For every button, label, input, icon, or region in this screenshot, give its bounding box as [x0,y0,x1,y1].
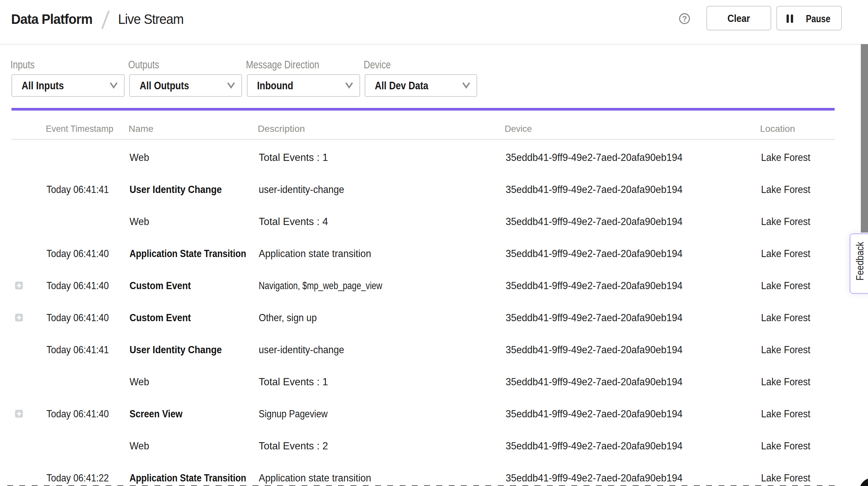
svg-text:?: ? [682,14,687,23]
